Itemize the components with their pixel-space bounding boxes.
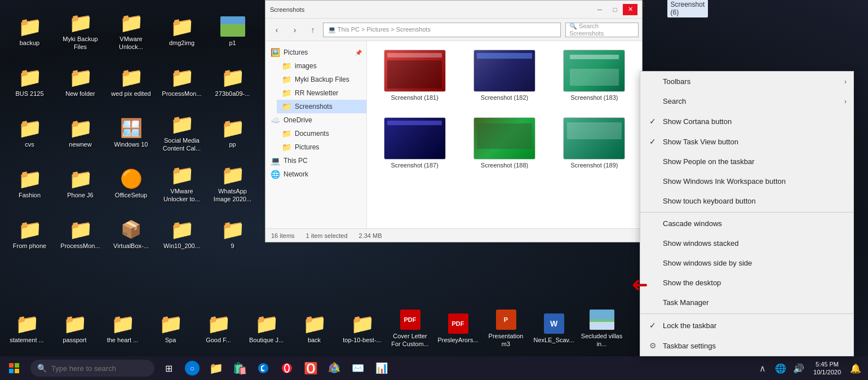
address-bar[interactable]: 💻 This PC > Pictures > Screenshots [323, 23, 561, 37]
taskbar-search[interactable]: 🔍 [30, 360, 154, 377]
taskbar-edge[interactable] [251, 356, 275, 380]
explorer-body: 🖼️ Pictures 📌 📁 images 📁 Myki Backup Fil… [265, 41, 642, 228]
system-clock[interactable]: 5:45 PM 10/1/2020 [809, 360, 845, 377]
icon-boutique[interactable]: 📁 Boutique J... [242, 310, 290, 347]
taskbar-store[interactable]: 🛍️ [228, 356, 251, 380]
icon-vmware-unlocker[interactable]: 📁 VMware Unlocker to... [158, 158, 206, 209]
screenshot-183[interactable]: Screenshot (183) [552, 47, 636, 109]
svg-rect-2 [9, 369, 14, 373]
screenshot-188[interactable]: Screenshot (188) [462, 114, 546, 176]
menu-cascade[interactable]: Cascade windows [640, 214, 853, 233]
icon-spa[interactable]: 📁 Spa [147, 310, 194, 347]
menu-show-touch-kb[interactable]: Show touch keyboard button [640, 191, 853, 211]
icon-socialmedia[interactable]: 📁 Social Media Content Cal... [158, 107, 206, 158]
menu-show-desktop[interactable]: Show the desktop [640, 273, 853, 293]
icon-273b0a09[interactable]: 📁 273b0a09-... [209, 56, 256, 107]
sidebar-network[interactable]: 🌐 Network [265, 167, 366, 181]
menu-toolbars[interactable]: Toolbars › [640, 72, 853, 91]
forward-button[interactable]: › [287, 22, 303, 38]
menu-stacked[interactable]: Show windows stacked [640, 233, 853, 253]
icon-backup[interactable]: 📁 backup [6, 6, 54, 56]
icon-windows10[interactable]: 🪟 Windows 10 [107, 107, 155, 158]
file-size: 2.34 MB [359, 232, 382, 239]
screenshot-189[interactable]: Screenshot (189) [552, 114, 636, 176]
maximize-button[interactable]: □ [608, 4, 622, 15]
menu-show-cortana[interactable]: ✓ Show Cortana button [640, 111, 853, 131]
icon-myki[interactable]: 📁 Myki Backup Files [56, 6, 104, 56]
menu-show-ink[interactable]: Show Windows Ink Workspace button [640, 171, 853, 191]
up-button[interactable]: ↑ [305, 22, 321, 38]
icon-processmon[interactable]: 📁 ProcessMon... [158, 56, 206, 107]
task-view-button[interactable]: ⊞ [157, 356, 180, 380]
icon-back[interactable]: 📁 back [290, 310, 338, 347]
notification-icon[interactable]: 🔔 [848, 356, 863, 380]
icon-pp[interactable]: 📁 pp [209, 107, 256, 158]
icon-top10best[interactable]: 📁 top-10-best-... [338, 310, 386, 347]
icon-processmon2[interactable]: 📁 ProcessMon... [56, 209, 104, 259]
back-button[interactable]: ‹ [269, 22, 285, 38]
sidebar-rr[interactable]: 📁 RR Newsletter [277, 86, 366, 100]
menu-show-people[interactable]: Show People on the taskbar [640, 152, 853, 171]
chevron-up-icon[interactable]: ∧ [755, 356, 770, 380]
menu-search[interactable]: Search › [640, 91, 853, 111]
network-icon[interactable]: 🌐 [773, 356, 789, 380]
icon-virtualbox[interactable]: 📦 VirtualBox-... [107, 209, 155, 259]
taskbar-cortana[interactable]: ○ [180, 356, 204, 380]
icon-phonej6[interactable]: 📁 Phone J6 [56, 158, 104, 209]
icon-wedpix[interactable]: 📁 wed pix edited [107, 56, 155, 107]
icon-statement[interactable]: 📁 statement ... [3, 310, 51, 347]
menu-show-taskview[interactable]: ✓ Show Task View button [640, 131, 853, 152]
taskbar-opera[interactable] [275, 356, 299, 380]
icon-num9[interactable]: 📁 9 [209, 209, 256, 259]
icon-goodf[interactable]: 📁 Good F... [194, 310, 242, 347]
icon-theheart[interactable]: 📁 the heart ... [99, 310, 147, 347]
sidebar-pictures2[interactable]: 📁 Pictures [277, 140, 366, 154]
taskbar-fileexplorer[interactable]: 📁 [204, 356, 228, 380]
icon-p1[interactable]: p1 [209, 6, 256, 56]
taskbar-waves[interactable]: 📊 [370, 356, 393, 380]
close-button[interactable]: ✕ [623, 4, 637, 15]
icon-win10200[interactable]: 📁 Win10_200... [158, 209, 206, 259]
volume-icon[interactable]: 🔊 [791, 356, 807, 380]
sidebar-myki[interactable]: 📁 Myki Backup Files [277, 73, 366, 86]
icon-newnew[interactable]: 📁 newnew [56, 107, 104, 158]
taskbar-chrome[interactable] [322, 356, 346, 380]
taskbar-office[interactable]: 🅾️ [299, 356, 322, 380]
icon-cvs[interactable]: 📁 cvs [6, 107, 54, 158]
menu-lock-taskbar[interactable]: ✓ Lock the taskbar [640, 315, 853, 335]
icon-passport[interactable]: 📁 passport [51, 310, 99, 347]
icon-fromphone-label: From phone [13, 242, 46, 250]
icon-nexlescav[interactable]: W NexLE_Scav... [530, 310, 578, 347]
taskbar-email[interactable]: ✉️ [346, 356, 370, 380]
sidebar-screenshots[interactable]: 📁 Screenshots [277, 100, 366, 113]
minimize-button[interactable]: ─ [592, 4, 607, 15]
sidebar-pictures[interactable]: 🖼️ Pictures 📌 [265, 46, 366, 59]
icon-presleyarors[interactable]: PDF PresleyArors... [434, 310, 482, 347]
icon-fashion[interactable]: 📁 Fashion [6, 158, 54, 209]
sidebar-onedrive[interactable]: ☁️ OneDrive [265, 113, 366, 127]
icon-vmware-unlock[interactable]: 📁 VMware Unlock... [107, 6, 155, 56]
icon-bus2125[interactable]: 📁 BUS 2125 [6, 56, 54, 107]
icon-dmg2img[interactable]: 📁 dmg2img [158, 6, 206, 56]
icon-fromphone[interactable]: 📁 From phone [6, 209, 54, 259]
screenshot-182[interactable]: Screenshot (182) [462, 47, 546, 109]
screenshot-187[interactable]: Screenshot (187) [373, 114, 457, 176]
icon-officesetup[interactable]: 🟠 OfficeSetup [107, 158, 155, 209]
menu-sidebyside[interactable]: Show windows side by side [640, 253, 853, 273]
search-input[interactable] [51, 364, 141, 373]
gear-icon: ⚙ [649, 341, 661, 350]
menu-taskbar-settings[interactable]: ⚙ Taskbar settings [640, 335, 853, 356]
screenshot-181[interactable]: Screenshot (181) [373, 47, 457, 109]
sidebar-images[interactable]: 📁 images [277, 59, 366, 73]
icon-presentation[interactable]: P Presentation m3 [482, 306, 530, 350]
start-button[interactable] [0, 356, 28, 380]
svg-rect-3 [15, 369, 19, 373]
icon-secluded[interactable]: Secluded villas in... [578, 306, 626, 350]
explorer-search[interactable]: 🔍 Search Screenshots [565, 23, 639, 37]
icon-coverletter[interactable]: PDF Cover Letter For Custom... [386, 306, 434, 350]
icon-whatsapp[interactable]: 📁 WhatsApp Image 2020... [209, 158, 256, 209]
menu-task-manager[interactable]: Task Manager [640, 293, 853, 312]
sidebar-documents[interactable]: 📁 Documents [277, 127, 366, 140]
icon-newfolder[interactable]: 📁 New folder [56, 56, 104, 107]
sidebar-thispc[interactable]: 💻 This PC [265, 154, 366, 167]
